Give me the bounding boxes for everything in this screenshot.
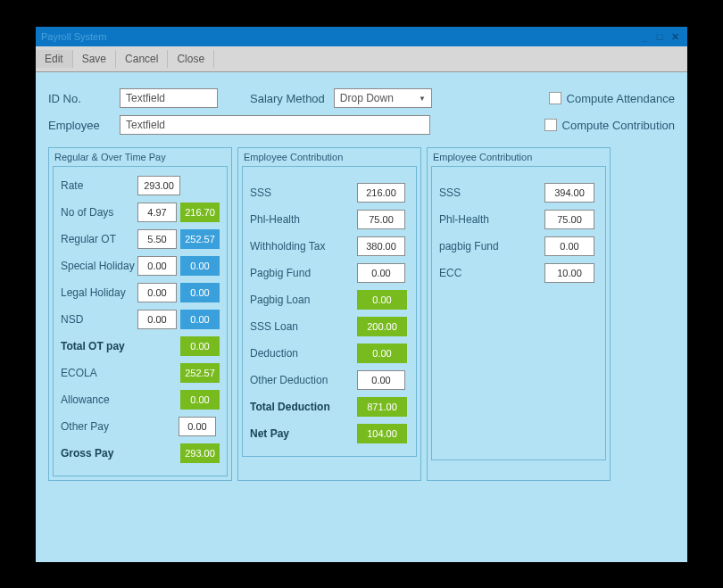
phl3-label: Phl-Health	[439, 213, 518, 226]
regot-label: Regular OT	[61, 233, 137, 245]
allow-amount: 0.00	[180, 390, 220, 410]
gross-amount: 293.00	[180, 443, 220, 463]
employer-contribution-panel: Employee Contribution SSS 394.00 Phl-Hea…	[427, 147, 611, 481]
id-input[interactable]	[120, 88, 218, 108]
nsd-amount: 0.00	[180, 310, 220, 329]
minimize-icon[interactable]: _	[637, 30, 652, 43]
oded-value: 871.00	[357, 397, 407, 417]
phl-label: Phl-Health	[250, 213, 357, 226]
sssloan-value: 200.00	[357, 317, 407, 336]
ecc-label: ECC	[439, 267, 518, 279]
other-value[interactable]: 0.00	[179, 417, 216, 436]
sss-value[interactable]: 216.00	[357, 183, 405, 203]
pagloan-label: Pagbig Loan	[250, 294, 357, 306]
sph-value[interactable]: 0.00	[137, 256, 177, 276]
pagbig-value[interactable]: 0.00	[357, 263, 405, 283]
compute-attendance-label: Compute Attendance	[567, 92, 675, 105]
sss3-value[interactable]: 394.00	[544, 183, 594, 203]
employee-label: Employee	[48, 119, 111, 132]
totded-label: Total Deduction	[250, 401, 357, 413]
phl-value[interactable]: 75.00	[357, 210, 405, 229]
ecola-amount: 252.57	[180, 363, 220, 383]
pagbig3-value[interactable]: 0.00	[544, 236, 594, 256]
lh-amount: 0.00	[180, 283, 220, 302]
salary-method-dropdown[interactable]: Drop Down ▼	[334, 88, 432, 108]
nsd-value[interactable]: 0.00	[137, 310, 177, 329]
compute-attendance-checkbox[interactable]: Compute Attendance	[549, 92, 675, 105]
pagbig-label: Pagbig Fund	[250, 267, 357, 279]
chevron-down-icon: ▼	[419, 95, 426, 103]
rate-label: Rate	[61, 179, 137, 192]
net-value: 104.00	[357, 424, 407, 443]
lh-label: Legal Holiday	[61, 286, 137, 299]
payroll-window: Payroll System _ □ ✕ Edit Save Cancel Cl…	[36, 27, 687, 561]
days-value[interactable]: 4.97	[137, 203, 177, 222]
wtax-label: Withholding Tax	[250, 240, 357, 253]
ded-label: Deduction	[250, 347, 357, 360]
sss-label: SSS	[250, 186, 357, 199]
menu-edit[interactable]: Edit	[36, 50, 73, 68]
panel3-legend: Employee Contribution	[428, 148, 610, 166]
menu-save[interactable]: Save	[73, 50, 116, 68]
menubar: Edit Save Cancel Close	[36, 46, 687, 72]
content-area: ID No. Salary Method Drop Down ▼ Compute…	[36, 72, 687, 562]
rate-value[interactable]: 293.00	[137, 176, 180, 195]
employee-input[interactable]	[120, 115, 430, 135]
sph-amount: 0.00	[180, 256, 220, 276]
panel1-legend: Regular & Over Time Pay	[49, 148, 231, 166]
allow-label: Allowance	[61, 393, 137, 406]
menu-close[interactable]: Close	[168, 50, 214, 68]
sssloan-label: SSS Loan	[250, 320, 357, 333]
wtax-value[interactable]: 380.00	[357, 236, 405, 256]
checkbox-icon	[544, 119, 557, 131]
totot-amount: 0.00	[180, 336, 220, 356]
compute-contribution-checkbox[interactable]: Compute Contribution	[544, 119, 675, 132]
titlebar: Payroll System _ □ ✕	[36, 27, 687, 46]
employee-contribution-panel: Employee Contribution SSS 216.00 Phl-Hea…	[237, 147, 421, 481]
days-label: No of Days	[61, 206, 137, 219]
pagbig3-label: pagbig Fund	[439, 240, 518, 253]
days-amount: 216.70	[180, 203, 220, 222]
ecc-value[interactable]: 10.00	[544, 263, 594, 283]
salary-method-value: Drop Down	[340, 92, 394, 104]
ecola-label: ECOLA	[61, 367, 137, 379]
panel2-legend: Employee Contribution	[238, 148, 420, 166]
gross-label: Gross Pay	[61, 447, 137, 460]
net-label: Net Pay	[250, 427, 357, 440]
id-label: ID No.	[48, 92, 111, 105]
oded-label: Other Deduction	[250, 374, 357, 386]
sss3-label: SSS	[439, 186, 518, 199]
regot-value[interactable]: 5.50	[137, 229, 177, 249]
totot-label: Total OT pay	[61, 340, 137, 352]
ded-value: 0.00	[357, 344, 407, 363]
pagloan-value: 0.00	[357, 290, 407, 310]
regot-amount: 252.57	[180, 229, 220, 249]
lh-value[interactable]: 0.00	[137, 283, 177, 302]
ded-white-value[interactable]: 0.00	[357, 370, 405, 390]
checkbox-icon	[549, 92, 561, 104]
window-title: Payroll System	[41, 31, 106, 42]
phl3-value[interactable]: 75.00	[544, 210, 594, 229]
close-icon[interactable]: ✕	[668, 30, 682, 43]
menu-cancel[interactable]: Cancel	[116, 50, 168, 68]
salary-method-label: Salary Method	[250, 92, 325, 105]
nsd-label: NSD	[61, 313, 137, 326]
other-label: Other Pay	[61, 420, 137, 433]
compute-contribution-label: Compute Contribution	[562, 119, 675, 132]
regular-ot-panel: Regular & Over Time Pay Rate 293.00 No o…	[48, 147, 232, 481]
maximize-icon[interactable]: □	[652, 30, 667, 43]
sph-label: Special Holiday	[61, 260, 137, 272]
